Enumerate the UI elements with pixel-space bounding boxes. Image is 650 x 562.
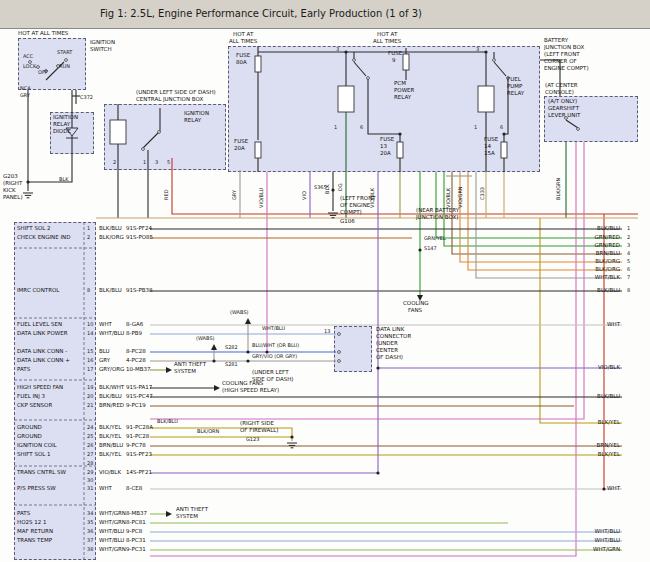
pcm-pin-number: 25 [87, 434, 93, 439]
pcm-circuit-number: 9-PC31 [126, 547, 146, 553]
pcm-pin-number: 21 [87, 403, 93, 408]
pcm-wire-color: WHT [99, 486, 112, 492]
diagram-label: (UNDER LEFT SIDE OF DASH) [136, 90, 216, 96]
diagram-label: RELAY [507, 91, 524, 97]
splice-dot [246, 350, 249, 353]
wire-color-label: BLK/GRN [556, 178, 561, 200]
diagram-label: START [57, 50, 72, 55]
wire-color-label: C333 [480, 187, 485, 200]
right-wire-label: GRN/RED [594, 235, 620, 241]
pcm-circuit-number: 91-PC28A [126, 425, 153, 431]
pcm-pin-number: 37 [87, 538, 93, 543]
pcm-circuit-number: 91S-PO85 [126, 235, 153, 241]
pcm-circuit-number: 4-PC28 [126, 358, 146, 364]
arrow-up-icon [245, 318, 251, 324]
pcm-wire-color: GRY/ORG [99, 367, 124, 373]
pcm-circuit-number: 9-PC78 [126, 443, 146, 449]
diagram-label: GRN/YEL [424, 236, 446, 241]
diagram-label: (LEFT FRONT [544, 52, 580, 58]
splice-dot [26, 180, 29, 183]
diagram-label: G203 [3, 174, 18, 180]
pcm-wire-color: WHT/GRN [99, 520, 126, 526]
pcm-row-label: HO2S 12 1 [17, 520, 46, 526]
pcm-row-label: CHECK ENGINE IND [17, 235, 70, 241]
diagram-label: 9 [392, 58, 396, 64]
diagram-label: RELAY [184, 118, 201, 124]
right-wire-label: WHT/BLU [595, 538, 620, 544]
pcm-row-label: IGNITION COIL [17, 443, 57, 449]
right-wire-label: BRN/BLU [596, 251, 620, 257]
pcm-pin-number: 14 [87, 331, 93, 336]
right-wire-number: 5 [627, 259, 630, 264]
diagram-label: FUEL [507, 77, 521, 83]
diagram-label: ACC [23, 54, 33, 59]
arrow-right-icon [166, 367, 172, 373]
pcm-circuit-number: 8-GA6 [126, 322, 143, 328]
pcm-circuit-number: 8-PB9 [126, 331, 142, 337]
pcm-pin-number: 31 [87, 486, 93, 491]
diagram-label: 3 [476, 47, 479, 52]
diagram-label: ANTI THEFT [176, 507, 208, 513]
pcm-pin-number: 16 [87, 358, 93, 363]
diagram-label: 80A [236, 60, 247, 66]
pcm-wire-color: BLK/BLU [99, 288, 122, 294]
pcm-row-label: PATS [17, 511, 30, 517]
splice-dot [246, 359, 249, 362]
right-wire-label: BRN/YEL [597, 443, 620, 449]
pcm-wire-color: BLK/BLU [99, 226, 122, 232]
diagram-label: LEVER UNIT [548, 113, 580, 119]
ground-icon [287, 443, 297, 448]
diagram-label: FUSE [236, 53, 250, 59]
diagram-label: PCM [394, 81, 406, 87]
wire-magenta [150, 142, 584, 419]
pcm-pin-number: 26 [87, 443, 93, 448]
pcm-row-label: PATS [17, 367, 30, 373]
pcm-row-label: P/S PRESS SW [17, 486, 56, 492]
diagram-label: GEARSHIFT [548, 106, 579, 112]
diagram-label: COMPT) [340, 210, 362, 216]
pcm-row-label: DATA LINK POWER [17, 331, 67, 337]
right-wire-label: BLK/YEL [598, 452, 620, 458]
diagram-label: BLK/BLU [157, 419, 178, 424]
diagram-label: RELAY [394, 95, 411, 101]
ground-icon [23, 193, 33, 198]
pcm-circuit-number: 8-PC31 [126, 538, 146, 544]
right-wire-label: WHT/BLK [595, 275, 620, 281]
diagram-label: ENGINE COMPT) [544, 66, 589, 72]
splice-dot [212, 359, 215, 362]
pcm-row-label: MAF RETURN [17, 529, 53, 535]
pcm-circuit-number: 8-MB37 [126, 511, 147, 517]
right-wire-label: WHT [607, 486, 620, 492]
diagram-label: FUSE [388, 51, 402, 57]
diagram-label: S147 [424, 246, 437, 251]
right-wire-label: BLK/ORG [595, 259, 620, 265]
right-wire-number: 3 [627, 243, 630, 248]
splice-dot [418, 248, 421, 251]
pcm-circuit-number: 91S-PB38 [126, 288, 153, 294]
diagram-label: ALL TIMES [229, 39, 257, 45]
wire-color-label: VIO/BLK [446, 188, 451, 208]
pcm-pin-number: 15 [87, 349, 93, 354]
diagram-label: CONSOLE) [545, 90, 574, 96]
diagram-label: FUSE [380, 137, 394, 143]
pcm-pin-number: 36 [87, 529, 93, 534]
pcm-circuit-number: 91-PC28 [126, 434, 149, 440]
pcm-pin-number: 38 [87, 547, 93, 552]
diagram-label: NCA [20, 86, 31, 91]
diagram-label: PANEL) [3, 195, 23, 201]
pcm-pin-number: 28 [87, 461, 93, 466]
pcm-wire-color: WHT/GRN [99, 511, 126, 517]
diagram-label: IGNITION [90, 40, 115, 46]
pcm-pin-number: 29 [87, 470, 93, 475]
pcm-circuit-number: 9-PC19 [126, 403, 146, 409]
wire-color-label: VIO [302, 191, 307, 200]
pcm-circuit-number: 9-PC8 [126, 529, 142, 535]
right-wire-label: WHT [607, 322, 620, 328]
diagram-label: S281 [225, 362, 238, 367]
right-wire-label: BLK/BLU [597, 226, 620, 232]
right-wire-label: WHT/BLU [595, 529, 620, 535]
diagram-label: 3 [155, 160, 158, 165]
diagram-label: OFF [38, 70, 48, 75]
pcm-circuit-number: 91S-PF24 [126, 226, 152, 232]
diagram-label: BLU/WHT (OR BLU) [252, 343, 299, 348]
